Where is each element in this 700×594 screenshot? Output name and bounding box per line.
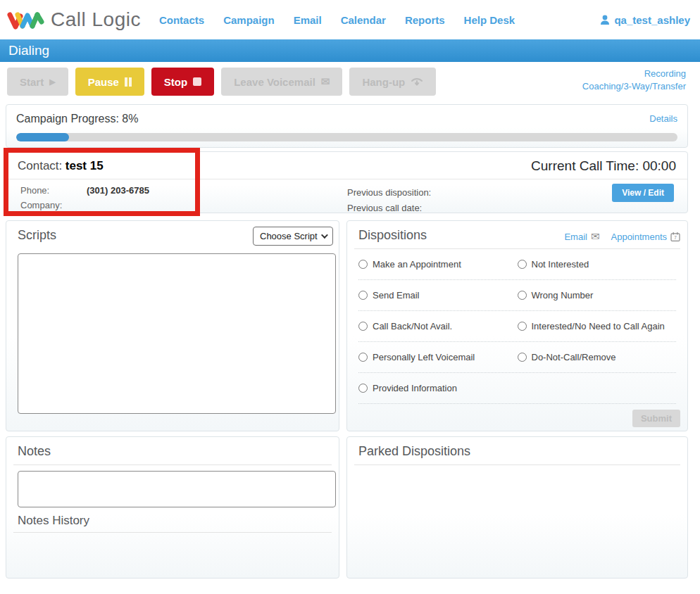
- choose-script-label: Choose Script: [260, 231, 318, 241]
- radio-icon[interactable]: [518, 291, 527, 300]
- radio-icon[interactable]: [518, 322, 527, 331]
- campaign-progress-fill: [16, 133, 69, 141]
- logo-mark-icon: [7, 9, 45, 30]
- submit-row: Submit: [347, 404, 687, 427]
- play-icon: ▶: [49, 77, 55, 87]
- radio-icon[interactable]: [518, 260, 527, 269]
- leave-voicemail-label: Leave Voicemail: [234, 76, 315, 88]
- radio-icon[interactable]: [358, 291, 368, 300]
- campaign-progress-label: Campaign Progress: 8%: [16, 113, 677, 125]
- disposition-option[interactable]: Make an Appointment: [358, 259, 518, 270]
- email-link[interactable]: Email ✉: [564, 230, 599, 243]
- disposition-option[interactable]: Call Back/Not Avail.: [358, 321, 518, 331]
- campaign-progress-value: 8%: [122, 113, 138, 125]
- contact-details: Phone: (301) 203-6785 Company: Previous …: [6, 179, 687, 210]
- hang-up-icon: [411, 77, 423, 87]
- campaign-progress-panel: Campaign Progress: 8% Details: [6, 104, 688, 148]
- coaching-transfer-link[interactable]: Coaching/3-Way/Transfer: [582, 80, 686, 93]
- appointments-link[interactable]: Appointments 7: [611, 232, 681, 242]
- chevron-down-icon: [321, 232, 328, 239]
- pause-button[interactable]: Pause: [75, 68, 144, 96]
- hang-up-button[interactable]: Hang-up: [349, 68, 436, 96]
- company-label: Company:: [20, 200, 87, 210]
- dispositions-header: Dispositions Email ✉ Appointments: [347, 221, 687, 248]
- stop-button[interactable]: Stop: [151, 68, 214, 96]
- notes-textarea[interactable]: [18, 471, 336, 507]
- notes-title: Notes: [18, 444, 51, 458]
- user-icon: [600, 15, 610, 25]
- disposition-option[interactable]: Send Email: [358, 290, 518, 301]
- nav-reports[interactable]: Reports: [405, 14, 445, 26]
- contact-name: test 15: [65, 159, 104, 172]
- call-logic-app: Call Logic Contacts Campaign Email Calen…: [0, 0, 700, 594]
- radio-icon[interactable]: [358, 384, 368, 393]
- scripts-title: Scripts: [18, 228, 56, 242]
- calendar-icon: 7: [670, 232, 680, 242]
- stop-button-label: Stop: [164, 76, 187, 88]
- radio-icon[interactable]: [518, 353, 527, 362]
- parked-header: Parked Dispositions: [347, 437, 687, 465]
- recording-link[interactable]: Recording: [582, 68, 686, 80]
- call-toolbar: Start ▶ Pause Stop Leave Voicemail ✉ Han…: [7, 68, 693, 96]
- contact-panel: Contact: test 15 Current Call Time: 00:0…: [6, 151, 688, 213]
- call-logic-logo[interactable]: Call Logic: [7, 8, 141, 31]
- nav-contacts[interactable]: Contacts: [159, 14, 204, 26]
- disposition-option[interactable]: Not Interested: [518, 259, 677, 270]
- details-link[interactable]: Details: [649, 113, 677, 124]
- toolbar-links: Recording Coaching/3-Way/Transfer: [582, 68, 686, 93]
- submit-button[interactable]: Submit: [632, 410, 680, 427]
- previous-call-date-label: Previous call date:: [347, 201, 431, 216]
- leave-voicemail-button[interactable]: Leave Voicemail ✉: [221, 68, 342, 96]
- disposition-options: Make an Appointment Not Interested Send …: [347, 249, 687, 404]
- svg-text:7: 7: [674, 235, 677, 240]
- disposition-option[interactable]: Interested/No Need to Call Again: [518, 321, 677, 331]
- disposition-row: Make an Appointment Not Interested: [358, 249, 676, 280]
- nav-calendar[interactable]: Calendar: [341, 14, 386, 26]
- disposition-option[interactable]: Provided Information: [358, 383, 518, 393]
- page-title: Dialing: [8, 43, 49, 58]
- call-time-value: 00:00: [642, 158, 676, 173]
- main-nav: Contacts Campaign Email Calendar Reports…: [159, 14, 515, 26]
- disposition-row: Personally Left Voicemail Do-Not-Call/Re…: [358, 342, 676, 373]
- previous-call-info: Previous disposition: Previous call date…: [347, 185, 431, 216]
- divider: [13, 532, 332, 533]
- parked-dispositions-title: Parked Dispositions: [358, 444, 470, 458]
- campaign-progress-bar: [16, 133, 677, 141]
- start-button-label: Start: [20, 76, 44, 88]
- hang-up-label: Hang-up: [362, 76, 405, 88]
- nav-help-desk[interactable]: Help Desk: [464, 14, 515, 26]
- phone-value: (301) 203-6785: [87, 185, 149, 196]
- view-edit-button[interactable]: View / Edit: [612, 184, 674, 202]
- nav-campaign[interactable]: Campaign: [223, 14, 275, 26]
- start-button[interactable]: Start ▶: [7, 68, 68, 96]
- disposition-row: Call Back/Not Avail. Interested/No Need …: [358, 311, 676, 342]
- dispositions-title: Dispositions: [358, 228, 427, 242]
- notes-header: Notes: [6, 437, 339, 465]
- radio-icon[interactable]: [358, 353, 368, 362]
- voicemail-envelope-icon: ✉: [321, 75, 330, 88]
- disposition-option[interactable]: Wrong Number: [518, 290, 677, 301]
- user-menu[interactable]: qa_test_ashley: [600, 14, 690, 26]
- disposition-option[interactable]: Personally Left Voicemail: [358, 352, 518, 362]
- dispositions-panel: Dispositions Email ✉ Appointments: [346, 220, 688, 431]
- dialing-bar: Dialing: [0, 39, 700, 62]
- contact-header: Contact: test 15 Current Call Time: 00:0…: [6, 152, 687, 179]
- parked-dispositions-panel: Parked Dispositions: [346, 436, 688, 579]
- pause-button-label: Pause: [88, 76, 119, 88]
- disposition-option[interactable]: Do-Not-Call/Remove: [518, 352, 677, 362]
- divider: [354, 465, 680, 465]
- username: qa_test_ashley: [614, 14, 690, 26]
- top-header: Call Logic Contacts Campaign Email Calen…: [0, 0, 700, 39]
- script-textarea[interactable]: [18, 253, 336, 414]
- disposition-links: Email ✉ Appointments 7: [564, 230, 680, 243]
- choose-script-select[interactable]: Choose Script: [253, 227, 333, 246]
- nav-email[interactable]: Email: [294, 14, 322, 26]
- scripts-panel: Scripts Choose Script: [6, 220, 339, 431]
- main-row-2: Notes Notes History Parked Dispositions: [6, 436, 688, 579]
- previous-disposition-label: Previous disposition:: [347, 185, 431, 201]
- radio-icon[interactable]: [358, 260, 368, 269]
- main-row-1: Scripts Choose Script Dispositions Email…: [6, 220, 688, 431]
- radio-icon[interactable]: [358, 322, 368, 331]
- notes-history-title: Notes History: [6, 507, 339, 532]
- notes-panel: Notes Notes History: [6, 436, 339, 579]
